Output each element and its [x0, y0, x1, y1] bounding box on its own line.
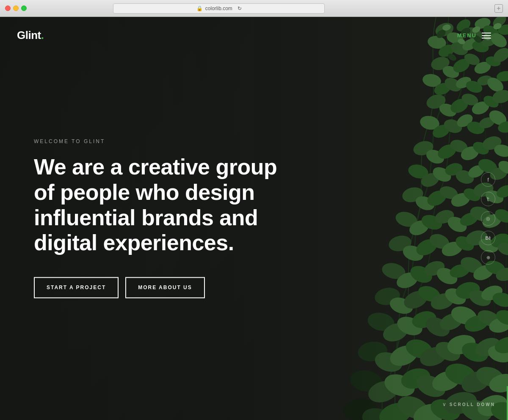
more-about-us-button[interactable]: MORE ABOUT US: [125, 277, 205, 298]
url-text: colorlib.com: [205, 6, 232, 11]
instagram-icon[interactable]: ◎: [481, 211, 495, 226]
website-container: Glint. MENU WELCOME TO GLINT We are a cr…: [0, 17, 508, 420]
new-tab-button[interactable]: +: [494, 4, 503, 13]
address-bar[interactable]: 🔒 colorlib.com ↻: [113, 3, 325, 14]
scroll-chevron-icon: ∨: [442, 401, 446, 407]
browser-actions: +: [494, 4, 503, 13]
hamburger-line-2: [482, 35, 491, 36]
logo-dot: .: [41, 29, 44, 41]
start-project-button[interactable]: START A PROJECT: [34, 277, 119, 298]
dribbble-icon[interactable]: ⊕: [481, 250, 495, 265]
traffic-lights: [5, 6, 27, 11]
facebook-icon[interactable]: f: [481, 172, 495, 187]
close-button[interactable]: [5, 6, 11, 11]
hero-title: We are a creative group of people who de…: [34, 155, 279, 256]
hamburger-line-3: [482, 38, 491, 39]
logo-text: Glint: [17, 29, 41, 41]
logo[interactable]: Glint.: [17, 29, 44, 42]
refresh-icon[interactable]: ↻: [237, 6, 242, 11]
minimize-button[interactable]: [13, 6, 19, 11]
hero-content: WELCOME TO GLINT We are a creative group…: [34, 138, 279, 298]
menu-area[interactable]: MENU: [457, 32, 491, 39]
hero-buttons: START A PROJECT MORE ABOUT US: [34, 277, 279, 298]
scroll-down[interactable]: ∨ SCROLL DOWN: [442, 401, 495, 407]
social-icons: f 𝕥 ◎ Bē ⊕: [481, 172, 495, 265]
scroll-down-text: SCROLL DOWN: [450, 402, 495, 407]
maximize-button[interactable]: [21, 6, 27, 11]
navigation: Glint. MENU: [0, 17, 508, 54]
hamburger-menu[interactable]: [482, 33, 491, 39]
hero-subtitle: WELCOME TO GLINT: [34, 138, 279, 144]
browser-chrome: 🔒 colorlib.com ↻ +: [0, 0, 508, 17]
hamburger-line-1: [482, 33, 491, 33]
lock-icon: 🔒: [196, 6, 203, 11]
menu-label: MENU: [457, 32, 477, 39]
twitter-icon[interactable]: 𝕥: [481, 192, 495, 206]
behance-icon[interactable]: Bē: [481, 231, 495, 245]
